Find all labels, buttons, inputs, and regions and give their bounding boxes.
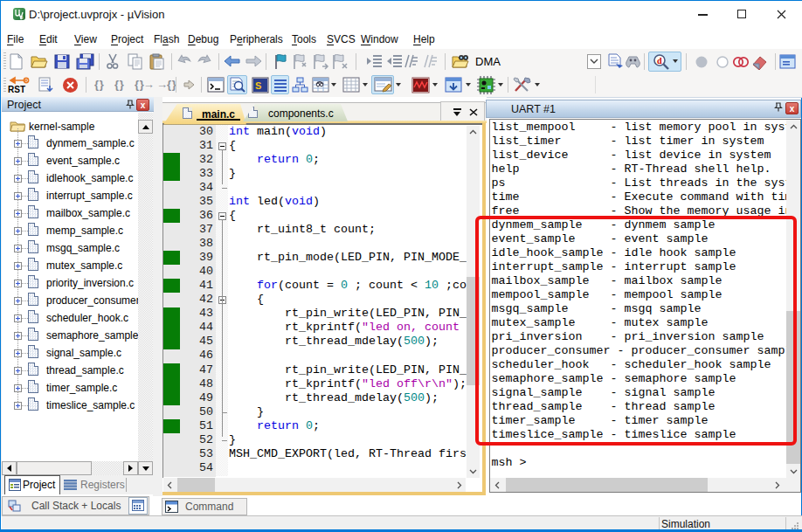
- svg-text:d: d: [657, 56, 662, 66]
- svg-text:5: 5: [20, 15, 24, 20]
- svg-text:RST: RST: [8, 85, 25, 94]
- svg-text:S: S: [255, 80, 261, 91]
